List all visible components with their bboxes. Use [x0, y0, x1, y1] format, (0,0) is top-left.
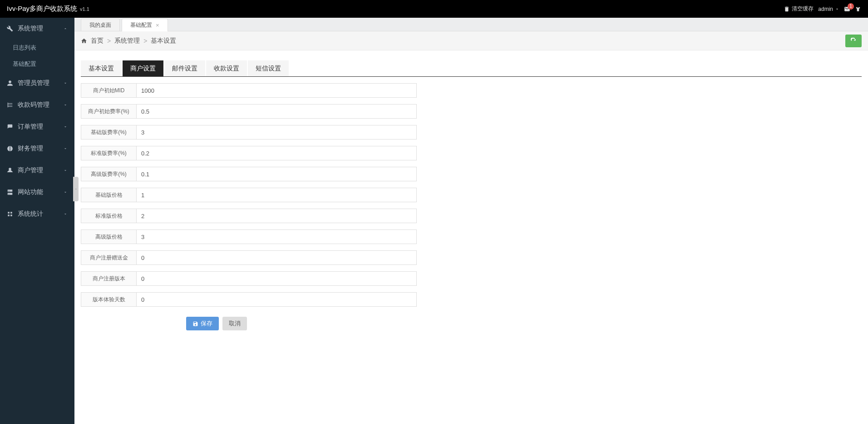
close-icon[interactable]: ×	[156, 22, 159, 29]
form-group: 商户初始费率(%)	[81, 104, 417, 119]
form-label: 商户注册版本	[81, 271, 136, 286]
form-input[interactable]	[136, 250, 417, 265]
form-input[interactable]	[136, 146, 417, 160]
form-group: 基础版价格	[81, 188, 417, 202]
form-label: 标准版价格	[81, 209, 136, 223]
top-header: Ivv-Pay多商户收款系统 v1.1 清空缓存 admin 1	[0, 0, 868, 18]
form-label: 基础版费率(%)	[81, 125, 136, 140]
sidebar-item[interactable]: 系统统计	[0, 203, 74, 225]
sidebar-item-label: 订单管理	[18, 123, 43, 131]
form-group: 商户注册赠送金	[81, 250, 417, 265]
chevron-down-icon	[63, 103, 68, 107]
sidebar-item-label: 商户管理	[18, 166, 43, 175]
breadcrumb-row: 首页 > 系统管理 > 基本设置	[74, 31, 868, 50]
header-right: 清空缓存 admin 1	[784, 5, 861, 13]
chevron-down-icon	[63, 125, 68, 129]
menu-icon	[7, 124, 13, 130]
form-label: 高级版费率(%)	[81, 167, 136, 181]
form-label: 标准版费率(%)	[81, 146, 136, 160]
menu-icon	[7, 167, 13, 174]
form-input[interactable]	[136, 125, 417, 140]
form-label: 商户初始MID	[81, 83, 136, 98]
sidebar-item[interactable]: 收款码管理	[0, 94, 74, 116]
admin-menu[interactable]: admin	[818, 6, 839, 12]
sidebar-item[interactable]: 管理员管理	[0, 72, 74, 94]
form-input[interactable]	[136, 83, 417, 98]
breadcrumb-home[interactable]: 首页	[91, 37, 104, 45]
app-title: Ivv-Pay多商户收款系统	[7, 5, 77, 13]
form-group: 标准版费率(%)	[81, 146, 417, 160]
breadcrumb-item: 基本设置	[151, 37, 176, 45]
chevron-down-icon	[63, 81, 68, 85]
sidebar: 系统管理 日志列表基础配置 管理员管理 收款码管理 订单管理 财务管理 商户管理…	[0, 18, 74, 424]
refresh-icon	[850, 38, 857, 44]
chevron-down-icon	[835, 7, 839, 11]
sidebar-subitem[interactable]: 基础配置	[0, 56, 74, 72]
breadcrumb-item[interactable]: 系统管理	[114, 37, 140, 45]
save-icon	[192, 321, 198, 327]
settings-tab[interactable]: 商户设置	[123, 60, 163, 76]
sidebar-item-label: 收款码管理	[18, 101, 49, 109]
save-button[interactable]: 保存	[186, 317, 219, 330]
home-icon	[81, 38, 87, 44]
app-version: v1.1	[80, 6, 89, 12]
settings-tab[interactable]: 收款设置	[206, 60, 247, 76]
menu-icon	[7, 102, 13, 108]
form-label: 商户注册赠送金	[81, 250, 136, 265]
chevron-up-icon	[63, 26, 68, 31]
form-label: 版本体验天数	[81, 292, 136, 307]
form-input[interactable]	[136, 271, 417, 286]
form-input[interactable]	[136, 292, 417, 307]
sidebar-item[interactable]: 财务管理	[0, 138, 74, 160]
layout: 系统管理 日志列表基础配置 管理员管理 收款码管理 订单管理 财务管理 商户管理…	[0, 18, 868, 424]
sidebar-item[interactable]: 订单管理	[0, 116, 74, 138]
form-group: 高级版费率(%)	[81, 167, 417, 181]
sidebar-item[interactable]: 系统管理	[0, 18, 74, 40]
chevron-down-icon	[63, 212, 68, 216]
form-label: 商户初始费率(%)	[81, 104, 136, 119]
settings-tabs: 基本设置商户设置邮件设置收款设置短信设置	[81, 60, 862, 77]
form-label: 基础版价格	[81, 188, 136, 202]
sidebar-collapse-button[interactable]	[73, 177, 79, 201]
settings-tab[interactable]: 基本设置	[81, 60, 122, 76]
page-tab[interactable]: 我的桌面	[81, 19, 120, 31]
sidebar-item-label: 系统统计	[18, 210, 43, 218]
sidebar-item-label: 管理员管理	[18, 79, 49, 87]
chevron-down-icon	[63, 168, 68, 173]
page-tab[interactable]: 基础配置×	[122, 19, 168, 31]
form-input[interactable]	[136, 229, 417, 244]
clear-cache-button[interactable]: 清空缓存	[784, 5, 814, 13]
form-label: 高级版价格	[81, 229, 136, 244]
form-input[interactable]	[136, 104, 417, 119]
form-input[interactable]	[136, 167, 417, 181]
refresh-button[interactable]	[845, 35, 862, 47]
messages-button[interactable]: 1	[844, 6, 850, 12]
form-group: 商户注册版本	[81, 271, 417, 286]
sidebar-item-label: 系统管理	[18, 25, 43, 33]
form-group: 标准版价格	[81, 209, 417, 223]
shirt-icon	[855, 6, 861, 12]
form-input[interactable]	[136, 188, 417, 202]
menu-icon	[7, 25, 13, 32]
sidebar-item-label: 财务管理	[18, 145, 43, 153]
form-group: 高级版价格	[81, 229, 417, 244]
form-actions: 保存 取消	[186, 317, 862, 330]
form-group: 版本体验天数	[81, 292, 417, 307]
form-input[interactable]	[136, 209, 417, 223]
sidebar-item[interactable]: 网站功能	[0, 181, 74, 203]
form-group: 商户初始MID	[81, 83, 417, 98]
menu-icon	[7, 145, 13, 152]
chevron-down-icon	[63, 146, 68, 151]
sidebar-subitem[interactable]: 日志列表	[0, 40, 74, 56]
trash-icon	[784, 6, 790, 12]
message-badge: 1	[848, 3, 854, 10]
tab-label: 基础配置	[130, 21, 152, 29]
breadcrumb: 首页 > 系统管理 > 基本设置	[81, 37, 176, 45]
theme-button[interactable]	[855, 6, 861, 12]
sidebar-item-label: 网站功能	[18, 188, 43, 196]
sidebar-item[interactable]: 商户管理	[0, 160, 74, 181]
tab-label: 我的桌面	[89, 21, 111, 29]
cancel-button[interactable]: 取消	[222, 317, 247, 330]
settings-tab[interactable]: 短信设置	[248, 60, 289, 76]
settings-tab[interactable]: 邮件设置	[164, 60, 205, 76]
